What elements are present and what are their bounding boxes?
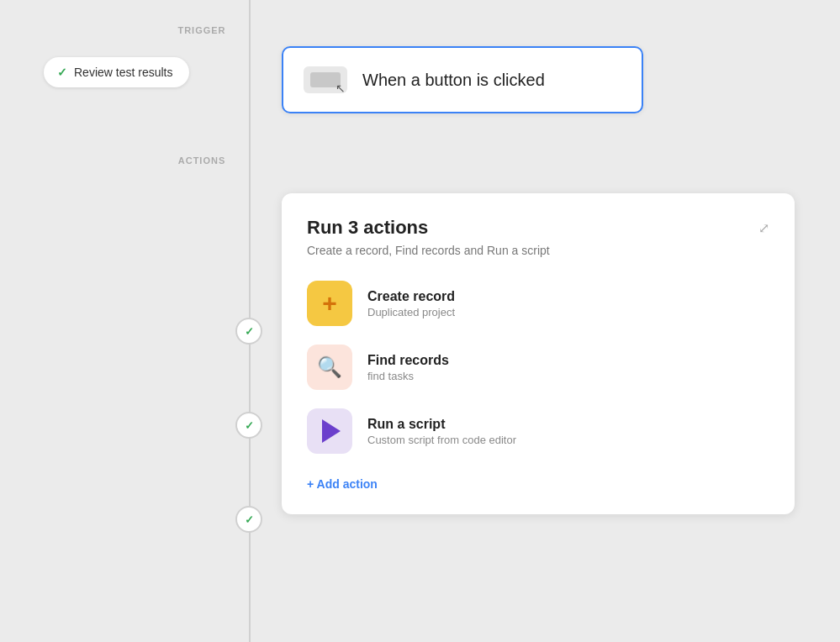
run-script-icon-box [307,408,352,454]
expand-icon[interactable]: ⤢ [758,220,769,236]
action-node-1-check: ✓ [245,325,254,338]
run-script-desc: Custom script from code editor [367,434,516,446]
button-icon-box: ↖ [304,66,347,93]
action-node-1: ✓ [235,318,262,345]
find-records-title: Find records [367,353,449,368]
actions-card-subtitle: Create a record, Find records and Run a … [307,244,769,257]
canvas: TRIGGER ✓ Review test results ↖ When a b… [0,0,840,642]
create-record-icon-box: + [307,281,352,326]
plus-icon: + [322,291,337,316]
find-records-info: Find records find tasks [367,353,449,382]
actions-card-title: Run 3 actions [307,217,428,239]
search-icon: 🔍 [317,355,342,379]
actions-card: Run 3 actions ⤢ Create a record, Find re… [282,193,795,514]
action-item-find-records[interactable]: 🔍 Find records find tasks [307,345,769,390]
action-node-2-check: ✓ [245,419,254,432]
add-action-label: + Add action [307,477,378,491]
actions-section-label: ACTIONS [151,155,252,166]
trigger-section-label: TRIGGER [151,25,252,35]
action-node-2: ✓ [235,412,262,439]
find-records-icon-box: 🔍 [307,345,352,390]
create-record-title: Create record [367,289,455,304]
action-item-create-record[interactable]: + Create record Duplicated project [307,281,769,326]
review-pill[interactable]: ✓ Review test results [44,57,189,87]
run-script-info: Run a script Custom script from code edi… [367,417,516,446]
trigger-card[interactable]: ↖ When a button is clicked [282,46,643,113]
create-record-info: Create record Duplicated project [367,289,455,318]
play-icon [322,419,341,443]
action-node-3-check: ✓ [245,513,254,526]
run-script-title: Run a script [367,417,516,432]
create-record-desc: Duplicated project [367,306,455,318]
review-pill-text: Review test results [74,66,172,79]
actions-card-header: Run 3 actions ⤢ [307,217,769,239]
add-action-button[interactable]: + Add action [307,477,378,491]
action-item-run-script[interactable]: Run a script Custom script from code edi… [307,408,769,454]
review-check-icon: ✓ [57,66,67,79]
action-node-3: ✓ [235,506,262,533]
cursor-icon: ↖ [335,82,346,95]
trigger-card-title: When a button is clicked [362,71,545,90]
find-records-desc: find tasks [367,370,449,382]
